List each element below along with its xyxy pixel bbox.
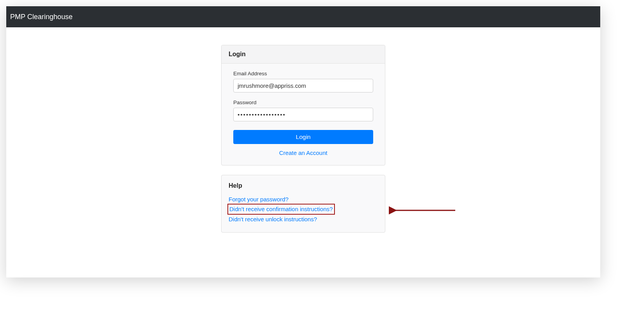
create-account-wrapper: Create an Account [233,149,373,156]
login-header-title: Login [229,51,246,57]
create-account-link[interactable]: Create an Account [279,149,327,156]
confirmation-instructions-link[interactable]: Didn't receive confirmation instructions… [227,204,335,214]
help-card: Help Forgot your password? Didn't receiv… [221,175,385,233]
password-input[interactable] [233,108,373,121]
login-button[interactable]: Login [233,130,373,144]
email-label: Email Address [233,71,373,76]
email-input[interactable] [233,79,373,92]
unlock-instructions-link[interactable]: Didn't receive unlock instructions? [229,215,317,224]
navbar-title: PMP Clearinghouse [10,13,73,21]
password-label: Password [233,100,373,105]
content-area: Login Email Address Password Login Creat… [6,27,600,242]
forgot-password-link[interactable]: Forgot your password? [229,195,288,204]
annotation-arrow-icon [389,205,459,216]
help-header-title: Help [229,182,378,189]
navbar: PMP Clearinghouse [6,6,600,27]
login-card-header: Login [222,45,385,64]
login-card-body: Email Address Password Login Create an A… [222,64,385,165]
page-wrapper: PMP Clearinghouse Login Email Address Pa… [6,6,600,277]
help-card-body: Help Forgot your password? Didn't receiv… [222,175,385,232]
login-card: Login Email Address Password Login Creat… [221,45,385,165]
